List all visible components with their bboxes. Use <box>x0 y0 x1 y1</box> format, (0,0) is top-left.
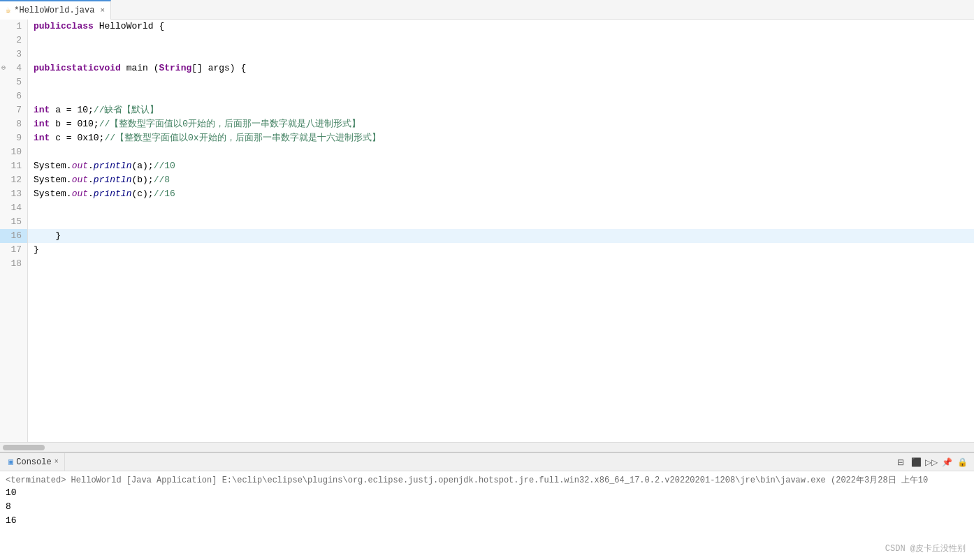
code-line: } <box>28 229 974 243</box>
line-number: 13 <box>0 187 27 201</box>
line-number: 7 <box>0 103 27 117</box>
tab-label: *HelloWorld.java <box>14 6 94 15</box>
scroll-thumb[interactable] <box>3 445 45 450</box>
code-line <box>28 47 974 61</box>
code-line: public static void main (String[] args) … <box>28 61 974 75</box>
code-line: System.out.println(a);//10 <box>28 159 974 173</box>
code-container[interactable]: 123456789101112131415161718 public class… <box>0 20 974 442</box>
console-content: <terminated> HelloWorld [Java Applicatio… <box>0 471 974 560</box>
line-number: 15 <box>0 215 27 229</box>
line-number: 11 <box>0 159 27 173</box>
console-pin-button[interactable]: 📌 <box>940 456 953 469</box>
console-rerun-button[interactable]: ▷▷ <box>925 456 938 469</box>
line-number: 12 <box>0 173 27 187</box>
code-line <box>28 215 974 229</box>
console-tab-close-button[interactable]: × <box>54 458 59 466</box>
line-number: 18 <box>0 257 27 271</box>
console-panel: ▣ Console × ⊟ ⬛ ▷▷ 📌 🔒 <terminated> Hell… <box>0 452 974 560</box>
tab-bar: ☕ *HelloWorld.java × <box>0 0 974 20</box>
line-number: 9 <box>0 131 27 145</box>
console-maximize-button[interactable]: 🔒 <box>956 456 968 469</box>
console-tab-bar: ▣ Console × ⊟ ⬛ ▷▷ 📌 🔒 <box>0 453 974 471</box>
line-number: 17 <box>0 243 27 257</box>
java-file-icon: ☕ <box>6 5 10 15</box>
code-line: System.out.println(b);//8 <box>28 173 974 187</box>
line-number: 6 <box>0 89 27 103</box>
code-line: int a = 10;//缺省【默认】 <box>28 103 974 117</box>
editor-tab[interactable]: ☕ *HelloWorld.java × <box>0 0 111 20</box>
line-number: 5 <box>0 75 27 89</box>
console-output-line: 16 <box>6 514 968 528</box>
line-number: 4 <box>0 61 27 75</box>
code-line <box>28 201 974 215</box>
line-number: 3 <box>0 47 27 61</box>
watermark: CSDN @皮卡丘没性别 <box>885 543 966 554</box>
code-line <box>28 89 974 103</box>
console-terminated-line: <terminated> HelloWorld [Java Applicatio… <box>6 474 968 486</box>
code-line <box>28 257 974 271</box>
line-number: 10 <box>0 145 27 159</box>
line-number: 16 <box>0 229 27 243</box>
line-number: 14 <box>0 201 27 215</box>
console-clear-button[interactable]: ⊟ <box>894 456 907 469</box>
code-line <box>28 145 974 159</box>
console-icon: ▣ <box>8 457 13 467</box>
console-actions: ⊟ ⬛ ▷▷ 📌 🔒 <box>894 456 968 469</box>
console-tab[interactable]: ▣ Console × <box>3 453 65 471</box>
console-stop-button[interactable]: ⬛ <box>910 456 922 469</box>
code-line: int b = 010;//【整数型字面值以0开始的，后面那一串数字就是八进制形… <box>28 117 974 131</box>
console-output-line: 8 <box>6 500 968 514</box>
code-line: System.out.println(c);//16 <box>28 187 974 201</box>
code-line <box>28 34 974 47</box>
editor-area: 123456789101112131415161718 public class… <box>0 20 974 452</box>
line-number: 8 <box>0 117 27 131</box>
tab-close-button[interactable]: × <box>100 6 105 15</box>
code-line: int c = 0x10;//【整数型字面值以0x开始的，后面那一串数字就是十六… <box>28 131 974 145</box>
line-number: 1 <box>0 20 27 34</box>
code-line: public class HelloWorld { <box>28 20 974 34</box>
line-number: 2 <box>0 34 27 47</box>
console-output: 10816 <box>6 486 968 528</box>
line-numbers: 123456789101112131415161718 <box>0 20 28 442</box>
code-line <box>28 75 974 89</box>
code-lines[interactable]: public class HelloWorld { public static … <box>28 20 974 442</box>
code-line: } <box>28 243 974 257</box>
console-tab-label: Console <box>16 457 51 467</box>
console-output-line: 10 <box>6 486 968 500</box>
horizontal-scrollbar[interactable] <box>0 442 974 452</box>
